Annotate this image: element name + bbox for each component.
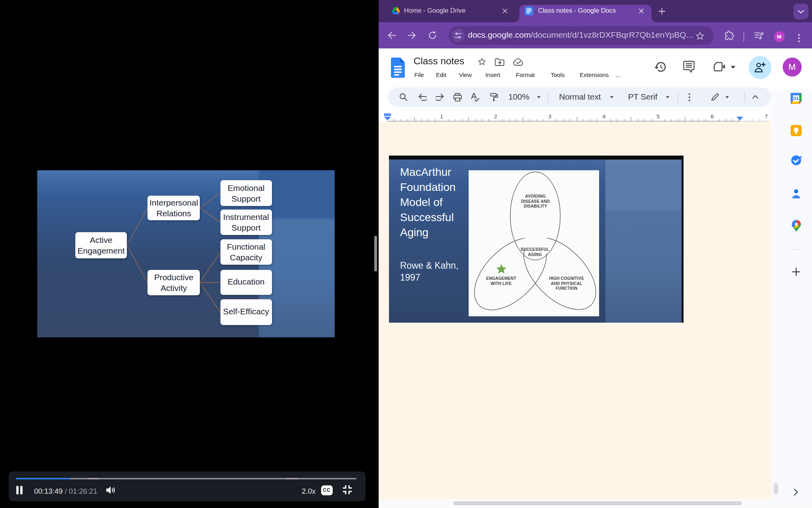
svg-text:7: 7: [765, 114, 768, 119]
svg-text:3: 3: [548, 114, 552, 119]
svg-text:1: 1: [440, 114, 443, 119]
svg-text:DISEASE AND: DISEASE AND: [521, 199, 550, 204]
svg-text:DISABILITY: DISABILITY: [524, 204, 547, 208]
svg-text:2: 2: [494, 114, 498, 119]
svg-text:31: 31: [793, 96, 799, 101]
svg-text:AVOIDING: AVOIDING: [525, 194, 546, 198]
svg-text:SUCCESSFUL: SUCCESSFUL: [521, 247, 549, 252]
svg-text:HIGH COGNITIVE: HIGH COGNITIVE: [549, 276, 584, 281]
svg-text:AND PHYSICAL: AND PHYSICAL: [551, 281, 582, 286]
svg-text:4: 4: [603, 114, 606, 119]
svg-text:ENGAGEMENT: ENGAGEMENT: [486, 276, 516, 281]
svg-text:6: 6: [711, 114, 714, 119]
svg-text:WITH LIFE: WITH LIFE: [490, 281, 511, 286]
svg-text:FUNCTION: FUNCTION: [556, 286, 578, 291]
svg-text:AGING: AGING: [528, 252, 542, 257]
svg-text:5: 5: [657, 114, 660, 119]
